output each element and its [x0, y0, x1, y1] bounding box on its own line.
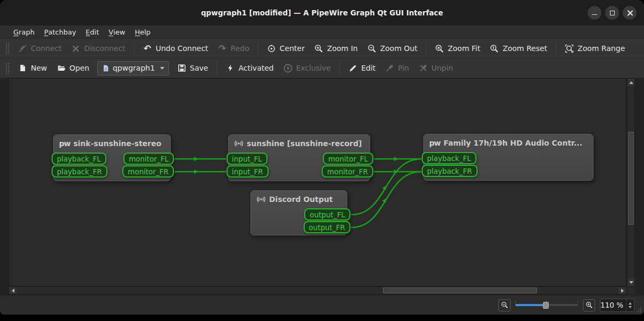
- pencil-icon: [348, 64, 357, 73]
- zoom-fit-button[interactable]: Zoom Fit: [430, 40, 485, 56]
- minimize-icon: [592, 14, 597, 15]
- spin-up-button[interactable]: [629, 302, 632, 305]
- port-monitor-fl[interactable]: monitor_FL: [323, 153, 373, 165]
- undo-connect-button[interactable]: ↶ Undo Connect: [138, 40, 213, 56]
- scroll-up-button[interactable]: [628, 79, 634, 86]
- arrow-up-icon: [629, 81, 633, 84]
- center-button[interactable]: Center: [262, 40, 310, 56]
- disconnect-icon: [71, 44, 80, 53]
- app-window: qpwgraph1 [modified] — A PipeWire Graph …: [0, 0, 644, 315]
- node-title: Discord Output: [269, 195, 333, 204]
- connect-button[interactable]: Connect: [13, 40, 66, 56]
- toolbar-graph: Connect Disconnect ↶ Undo Connect ↷ Redo…: [0, 39, 644, 58]
- zoom-slider[interactable]: [515, 300, 578, 310]
- node-discord-output[interactable]: Discord Output output_FL output_FR: [250, 190, 347, 235]
- spin-down-button[interactable]: [629, 306, 632, 308]
- horizontal-scrollbar-thumb[interactable]: [383, 288, 537, 293]
- maximize-button[interactable]: [605, 6, 619, 20]
- node-sunshine[interactable]: sunshine [sunshine-record] input_FL inpu…: [228, 134, 370, 181]
- window-resize-grip[interactable]: [635, 306, 642, 313]
- port-playback-fl[interactable]: playback_FL: [422, 152, 476, 164]
- undo-icon: ↶: [143, 44, 152, 53]
- redo-button[interactable]: ↷ Redo: [213, 40, 254, 56]
- vertical-scrollbar[interactable]: [627, 78, 635, 286]
- toolbar-separator: [556, 42, 556, 55]
- menu-view[interactable]: View: [104, 26, 130, 39]
- graph-area: pw sink-sunshine-stereo playback_FL play…: [0, 78, 644, 295]
- zoom-out-icon: [501, 301, 508, 309]
- unpin-button[interactable]: Unpin: [414, 60, 458, 76]
- port-playback-fr[interactable]: playback_FR: [52, 165, 107, 178]
- maximize-icon: [610, 11, 615, 15]
- port-monitor-fr[interactable]: monitor_FR: [322, 165, 373, 178]
- menu-patchbay[interactable]: Patchbay: [39, 26, 81, 39]
- zoom-in-icon: [586, 301, 593, 309]
- zoom-in-button[interactable]: Zoom In: [310, 40, 363, 56]
- edit-button[interactable]: Edit: [344, 60, 380, 76]
- vertical-scrollbar-thumb[interactable]: [628, 132, 634, 225]
- port-monitor-fr[interactable]: monitor_FR: [122, 165, 174, 178]
- statusbar-zoom-out-button[interactable]: [498, 299, 511, 311]
- zoom-reset-icon: [490, 44, 499, 53]
- scroll-down-button[interactable]: [628, 278, 634, 286]
- menu-graph[interactable]: Graph: [9, 26, 39, 39]
- node-family-hd-audio[interactable]: pw Family 17h/19h HD Audio Contr... play…: [423, 134, 593, 181]
- activated-button[interactable]: Activated: [221, 60, 278, 76]
- zoom-spinbox[interactable]: 110 %: [600, 299, 634, 312]
- zoom-reset-button[interactable]: Zoom Reset: [485, 40, 552, 56]
- port-monitor-fl[interactable]: monitor_FL: [123, 153, 174, 165]
- zoom-in-icon: [314, 44, 323, 53]
- arrow-left-icon: [12, 289, 14, 293]
- toolbar-drag-handle[interactable]: [5, 62, 9, 74]
- zoom-range-button[interactable]: Zoom Range: [560, 40, 630, 56]
- new-file-icon: [18, 64, 27, 73]
- menu-edit[interactable]: Edit: [81, 26, 104, 39]
- connection-cables: [9, 79, 626, 286]
- exclusive-button[interactable]: Exclusive: [279, 60, 336, 76]
- close-button[interactable]: [623, 6, 637, 20]
- scroll-right-button[interactable]: [618, 287, 626, 294]
- toolbar-separator: [339, 62, 340, 74]
- zoom-slider-handle[interactable]: [543, 302, 549, 309]
- pipewire-icon: pw: [429, 139, 440, 147]
- scrollbar-corner: [627, 286, 635, 294]
- center-icon: [267, 44, 276, 53]
- minimize-button[interactable]: [588, 6, 601, 20]
- save-button[interactable]: Save: [172, 60, 213, 76]
- menu-help[interactable]: Help: [130, 26, 155, 39]
- statusbar: 110 %: [0, 295, 644, 315]
- port-input-fr[interactable]: input_FR: [227, 165, 269, 178]
- lightning-icon: [225, 64, 235, 73]
- port-input-fl[interactable]: input_FL: [227, 153, 267, 165]
- port-playback-fl[interactable]: playback_FL: [52, 153, 106, 165]
- node-sink-sunshine-stereo[interactable]: pw sink-sunshine-stereo playback_FL play…: [53, 134, 171, 181]
- horizontal-scrollbar[interactable]: [9, 286, 626, 294]
- graph-canvas[interactable]: pw sink-sunshine-stereo playback_FL play…: [9, 78, 626, 286]
- open-button[interactable]: Open: [52, 60, 94, 76]
- media-stream-icon: [234, 139, 244, 148]
- patchbay-select-value: qpwgraph1: [113, 64, 155, 72]
- patchbay-select[interactable]: qpwgraph1: [97, 61, 169, 75]
- port-output-fl[interactable]: output_FL: [304, 208, 350, 221]
- disconnect-button[interactable]: Disconnect: [66, 40, 130, 56]
- unpin-icon: [419, 64, 428, 73]
- toolbar-separator: [216, 62, 217, 74]
- pin-icon: [385, 64, 394, 73]
- port-output-fr[interactable]: output_FR: [304, 221, 350, 233]
- zoom-value: 110 %: [600, 301, 626, 309]
- toolbar-drag-handle[interactable]: [5, 43, 9, 54]
- port-playback-fr[interactable]: playback_FR: [422, 165, 478, 177]
- statusbar-zoom-in-button[interactable]: [583, 299, 595, 311]
- media-stream-icon: [256, 195, 266, 204]
- chevron-down-icon: [160, 67, 164, 70]
- titlebar[interactable]: qpwgraph1 [modified] — A PipeWire Graph …: [0, 0, 644, 26]
- arrow-down-icon: [629, 281, 633, 284]
- redo-icon: ↷: [218, 44, 227, 53]
- scroll-left-button[interactable]: [9, 287, 16, 294]
- node-title: sunshine [sunshine-record]: [247, 139, 362, 148]
- zoom-range-icon: [565, 44, 574, 53]
- zoom-out-button[interactable]: Zoom Out: [363, 40, 422, 56]
- new-button[interactable]: New: [13, 60, 52, 76]
- circled-lightning-icon: [283, 64, 292, 73]
- pin-button[interactable]: Pin: [380, 60, 414, 76]
